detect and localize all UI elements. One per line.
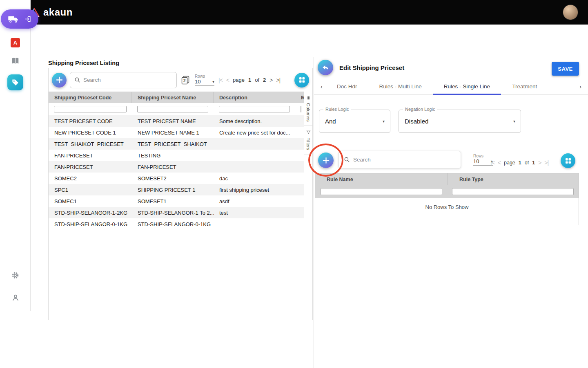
- listing-pagination: |< < page 1 of 2 > >|: [218, 77, 280, 83]
- filter-funnel-icon: [306, 130, 311, 135]
- filter-name-input[interactable]: [137, 106, 208, 112]
- negation-logic-value: Disabled: [405, 118, 428, 125]
- tab-rules-multi-line[interactable]: Rules - Multi Line: [368, 79, 433, 94]
- cell-name: SOMESET1: [132, 198, 214, 204]
- column-header-description[interactable]: Description: [214, 92, 295, 103]
- column-header-rule-name[interactable]: Rule Name: [315, 173, 448, 185]
- table-row[interactable]: STD-SHIP-SELANGOR-1-2KG STD-SHIP-SELANGO…: [49, 207, 304, 218]
- listing-search-input[interactable]: [83, 77, 172, 83]
- listing-card: 2 Rows 10 ▾ |< < page 1 of 2 > >|: [48, 68, 313, 320]
- table-row[interactable]: TEST_SHAIKOT_PRICESET TEST_PRICESET_SHAI…: [49, 138, 304, 150]
- column-header-code[interactable]: Shipping Priceset Code: [49, 92, 132, 103]
- sidebar-item-profile[interactable]: [0, 294, 31, 302]
- rules-search-input[interactable]: [353, 157, 456, 163]
- empty-table-message: No Rows To Show: [315, 198, 579, 225]
- cell-name: STD-SHIP-SELANGOR-1 To 2...: [132, 210, 214, 216]
- cell-name: TESTING: [132, 153, 214, 159]
- rules-search[interactable]: [339, 151, 461, 168]
- filter-description-input[interactable]: [219, 106, 290, 112]
- sidebar-item-pricebook-active[interactable]: [7, 74, 23, 90]
- priceset-table-header: Shipping Priceset Code Shipping Priceset…: [49, 92, 304, 103]
- plus-icon: [56, 76, 63, 83]
- rules-logic-label: Rules Logic: [323, 107, 351, 112]
- table-row[interactable]: SOMEC1 SOMESET1 asdf: [49, 195, 304, 207]
- table-row[interactable]: FAN-PRICESET TESTING: [49, 150, 304, 161]
- rules-logic-value: And: [325, 118, 336, 125]
- last-page-icon[interactable]: >|: [276, 77, 280, 83]
- columns-tool-tab[interactable]: Columns: [304, 92, 312, 126]
- filter-rule-type-input[interactable]: [452, 188, 574, 195]
- rows-value: 10: [473, 158, 479, 164]
- pdf-icon: A: [11, 38, 20, 47]
- column-header-name[interactable]: Shipping Priceset Name: [132, 92, 214, 103]
- tabs-scroll-right-icon[interactable]: ›: [576, 79, 585, 94]
- cell-code: TEST_SHAIKOT_PRICESET: [49, 141, 132, 147]
- last-page-icon[interactable]: >|: [544, 159, 548, 166]
- grid-tool-strip: Columns Filters: [304, 92, 312, 320]
- tab-doc-hdr[interactable]: Doc Hdr: [326, 79, 368, 94]
- duplicate-icon[interactable]: 2: [181, 75, 190, 85]
- cell-name: TEST PRICESET NAME: [132, 118, 214, 124]
- prev-page-icon[interactable]: <: [498, 159, 501, 166]
- sidebar-item-shipping-applet[interactable]: [1, 9, 38, 29]
- table-row[interactable]: SOMEC2 SOMESET2 dac: [49, 173, 304, 184]
- cell-code: SOMEC2: [49, 175, 132, 182]
- table-row[interactable]: TEST PRICESET CODE TEST PRICESET NAME So…: [49, 115, 304, 127]
- listing-rows-per-page[interactable]: Rows 10 ▾: [195, 74, 214, 86]
- cell-code: STD-SHIP-SELANGOR-0-1KG: [49, 221, 132, 227]
- sidebar-item-catalog[interactable]: [0, 57, 31, 65]
- cell-code: FAN-PRICESET: [49, 153, 132, 159]
- cell-desc: dac: [214, 175, 295, 182]
- add-rule-button[interactable]: [318, 153, 334, 168]
- of-label: of: [255, 77, 259, 83]
- book-icon: [11, 57, 20, 65]
- column-header-rule-type[interactable]: Rule Type: [448, 173, 579, 185]
- page-label: page: [504, 160, 515, 166]
- table-row[interactable]: SPC1 SHIPPING PRICESET 1 first shipping …: [49, 184, 304, 195]
- rules-logic-select[interactable]: Rules Logic And ▾: [319, 110, 390, 133]
- save-button[interactable]: SAVE: [552, 62, 579, 76]
- rules-pagination: |< < page 1 of 1 > >|: [490, 159, 548, 166]
- cell-name: SHIPPING PRICESET 1: [132, 187, 214, 193]
- listing-toolbar: 2 Rows 10 ▾ |< < page 1 of 2 > >|: [49, 68, 312, 92]
- cell-code: STD-SHIP-SELANGOR-1-2KG: [49, 210, 132, 216]
- gear-icon: [11, 271, 20, 280]
- cell-code: NEW PRICESET CODE 1: [49, 130, 132, 136]
- priceset-filter-row: [49, 103, 304, 115]
- filter-code-input[interactable]: [54, 106, 127, 112]
- table-row[interactable]: FAN-PRICESET FAN-PRICESET: [49, 161, 304, 173]
- brand-name: akaun: [43, 7, 73, 18]
- table-row[interactable]: NEW PRICESET CODE 1 NEW PRICESET NAME 1 …: [49, 127, 304, 138]
- add-priceset-button[interactable]: [52, 73, 67, 88]
- back-button[interactable]: [318, 60, 333, 75]
- sidebar-item-settings[interactable]: [0, 271, 31, 280]
- first-page-icon[interactable]: |<: [218, 77, 223, 83]
- first-page-icon[interactable]: |<: [490, 159, 494, 166]
- prev-page-icon[interactable]: <: [226, 77, 229, 83]
- cell-desc: first shipping priceset: [214, 187, 295, 193]
- filters-tool-tab[interactable]: Filters: [304, 126, 312, 155]
- rules-rows-per-page[interactable]: Rows 10 ▾: [473, 154, 493, 166]
- next-page-icon[interactable]: >: [270, 77, 272, 83]
- tab-rules-single-line[interactable]: Rules - Single Line: [433, 79, 501, 94]
- cell-name: SOMESET2: [132, 175, 214, 182]
- filter-m-input[interactable]: [301, 106, 301, 112]
- negation-logic-select[interactable]: Negation Logic Disabled ▾: [399, 110, 521, 133]
- delivery-truck-icon: [8, 15, 19, 23]
- next-page-icon[interactable]: >: [538, 159, 541, 166]
- search-icon: [74, 77, 80, 83]
- priceset-table: Shipping Priceset Code Shipping Priceset…: [49, 92, 304, 320]
- cell-code: TEST PRICESET CODE: [49, 118, 132, 124]
- user-avatar[interactable]: [563, 4, 578, 20]
- tab-treatment[interactable]: Treatment: [501, 79, 548, 94]
- sidebar-item-pdf[interactable]: A: [0, 38, 31, 47]
- cell-desc: Some description.: [214, 118, 295, 124]
- app-sidebar: A: [0, 0, 31, 311]
- grid-view-button[interactable]: [294, 73, 309, 88]
- rules-grid-view-button[interactable]: [561, 153, 575, 168]
- tabs-scroll-left-icon[interactable]: ‹: [317, 79, 326, 94]
- column-header-m[interactable]: M: [295, 92, 304, 103]
- filter-rule-name-input[interactable]: [321, 188, 442, 195]
- listing-search[interactable]: [70, 72, 177, 88]
- table-row[interactable]: STD-SHIP-SELANGOR-0-1KG STD-SHIP-SELANGO…: [49, 218, 304, 230]
